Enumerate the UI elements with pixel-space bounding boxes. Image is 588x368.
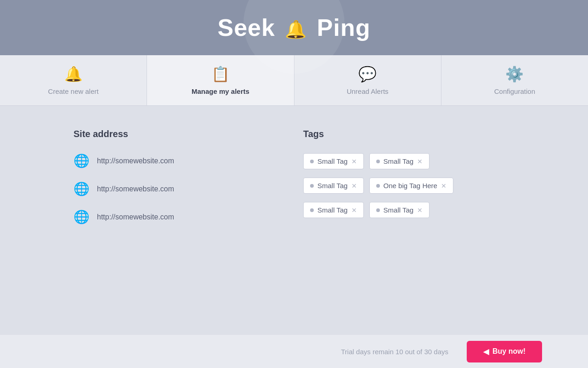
app-title: Seek 🔔 Ping (217, 14, 370, 41)
tag-item: Small Tag ✕ (303, 202, 364, 218)
tab-create-alert[interactable]: 🔔 Create new alert (0, 55, 147, 105)
tag-text: Small Tag (317, 206, 348, 214)
site-list: 🌐 http://somewebsite.com 🌐 http://somewe… (74, 153, 285, 224)
tag-close-button[interactable]: ✕ (441, 182, 447, 190)
gear-icon: ⚙️ (505, 65, 524, 83)
globe-icon-2: 🌐 (74, 181, 90, 196)
buy-now-button[interactable]: ◀ Buy now! (467, 341, 542, 362)
tag-dot (310, 160, 314, 163)
list-icon: 📋 (211, 65, 230, 83)
tag-close-button[interactable]: ✕ (417, 207, 423, 214)
site-url-2: http://somewebsite.com (97, 185, 174, 193)
tag-text: Small Tag (384, 157, 414, 165)
site-row: 🌐 http://somewebsite.com (74, 209, 285, 224)
tag-dot (376, 184, 380, 188)
tags-section: Tags Small Tag ✕ Small Tag ✕ (303, 129, 514, 224)
tag-item: Small Tag ✕ (303, 153, 364, 169)
tag-dot (310, 208, 314, 212)
tag-text: Small Tag (317, 182, 348, 190)
tag-item: Small Tag ✕ (369, 153, 430, 169)
tag-item: Small Tag ✕ (303, 178, 364, 194)
bell-icon: 🔔 (64, 65, 83, 83)
tags-row-3: Small Tag ✕ Small Tag ✕ (303, 202, 514, 218)
tab-unread-label: Unread Alerts (347, 87, 389, 95)
trial-text: Trial days remain 10 out of 30 days (341, 348, 448, 356)
tag-close-button[interactable]: ✕ (351, 207, 357, 214)
tab-configuration[interactable]: ⚙️ Configuration (441, 55, 588, 105)
tag-text: Small Tag (384, 206, 414, 214)
tags-column: Small Tag ✕ Small Tag ✕ Small Tag ✕ (303, 153, 514, 218)
tags-title: Tags (303, 129, 514, 139)
tag-dot (376, 160, 380, 163)
main-content: Site address 🌐 http://somewebsite.com 🌐 … (0, 106, 588, 243)
globe-icon-1: 🌐 (74, 153, 90, 168)
tag-text: Small Tag (317, 157, 348, 165)
tag-dot (310, 184, 314, 188)
tag-text: One big Tag Here (384, 182, 437, 190)
footer-bar: Trial days remain 10 out of 30 days ◀ Bu… (0, 335, 588, 368)
globe-icon-3: 🌐 (74, 209, 90, 224)
tag-close-button[interactable]: ✕ (351, 158, 357, 165)
tag-close-button[interactable]: ✕ (417, 158, 423, 165)
header: Seek 🔔 Ping (0, 0, 588, 55)
site-address-title: Site address (74, 129, 285, 139)
buy-arrow-icon: ◀ (483, 347, 489, 356)
tab-config-label: Configuration (494, 87, 535, 95)
site-url-1: http://somewebsite.com (97, 157, 174, 165)
tag-item: One big Tag Here ✕ (369, 178, 453, 194)
tag-dot (376, 208, 380, 212)
content-grid: Site address 🌐 http://somewebsite.com 🌐 … (74, 129, 514, 224)
site-row: 🌐 http://somewebsite.com (74, 153, 285, 168)
site-url-3: http://somewebsite.com (97, 213, 174, 221)
tab-manage-label: Manage my alerts (192, 87, 249, 95)
tag-close-button[interactable]: ✕ (351, 182, 357, 190)
tag-item: Small Tag ✕ (369, 202, 430, 218)
tab-create-label: Create new alert (48, 87, 99, 95)
chat-icon: 💬 (358, 65, 377, 83)
site-address-section: Site address 🌐 http://somewebsite.com 🌐 … (74, 129, 285, 224)
tags-row-2: Small Tag ✕ One big Tag Here ✕ (303, 178, 514, 194)
site-row: 🌐 http://somewebsite.com (74, 181, 285, 196)
tags-row-1: Small Tag ✕ Small Tag ✕ (303, 153, 514, 169)
bell-icon-header: 🔔 (285, 20, 307, 39)
buy-button-label: Buy now! (492, 347, 526, 356)
title-text: Seek 🔔 Ping (217, 14, 370, 41)
